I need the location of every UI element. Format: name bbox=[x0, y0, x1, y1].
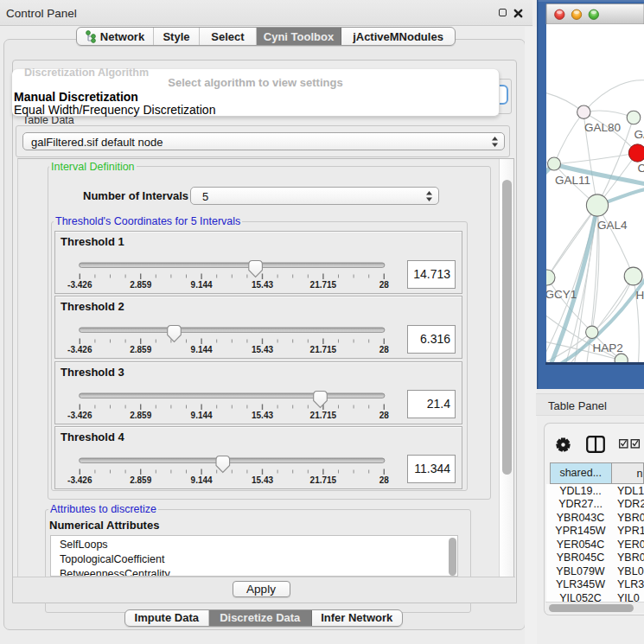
svg-text:H: H bbox=[636, 289, 644, 302]
svg-text:28: 28 bbox=[379, 475, 390, 484]
svg-text:15.43: 15.43 bbox=[252, 345, 273, 354]
svg-text:GAL11: GAL11 bbox=[555, 174, 590, 187]
svg-text:21.715: 21.715 bbox=[310, 475, 337, 484]
svg-text:9.144: 9.144 bbox=[191, 345, 213, 354]
svg-text:GA: GA bbox=[634, 128, 644, 141]
svg-text:15.43: 15.43 bbox=[252, 475, 273, 484]
svg-text:9.144: 9.144 bbox=[191, 410, 213, 419]
svg-text:28: 28 bbox=[379, 345, 390, 354]
svg-text:9.144: 9.144 bbox=[191, 475, 213, 484]
svg-text:21.715: 21.715 bbox=[310, 280, 337, 290]
svg-text:28: 28 bbox=[379, 410, 390, 419]
svg-text:15.43: 15.43 bbox=[252, 280, 273, 290]
svg-text:HAP2: HAP2 bbox=[593, 341, 623, 354]
svg-text:GAL80: GAL80 bbox=[584, 121, 621, 134]
svg-text:9.144: 9.144 bbox=[191, 280, 213, 290]
svg-text:2.859: 2.859 bbox=[130, 345, 151, 354]
svg-text:28: 28 bbox=[379, 280, 390, 290]
svg-text:GAL4: GAL4 bbox=[597, 219, 628, 232]
svg-text:2.859: 2.859 bbox=[130, 475, 151, 484]
svg-text:GCY1: GCY1 bbox=[545, 288, 577, 301]
svg-text:21.715: 21.715 bbox=[310, 345, 337, 354]
svg-text:-3.426: -3.426 bbox=[67, 475, 92, 484]
svg-text:21.715: 21.715 bbox=[310, 410, 337, 419]
svg-text:-3.426: -3.426 bbox=[67, 345, 92, 354]
svg-text:2.859: 2.859 bbox=[130, 410, 151, 419]
svg-text:C: C bbox=[638, 162, 644, 175]
svg-text:2.859: 2.859 bbox=[130, 280, 151, 290]
svg-text:-3.426: -3.426 bbox=[67, 410, 92, 419]
svg-text:15.43: 15.43 bbox=[252, 410, 273, 419]
svg-text:-3.426: -3.426 bbox=[67, 280, 92, 290]
